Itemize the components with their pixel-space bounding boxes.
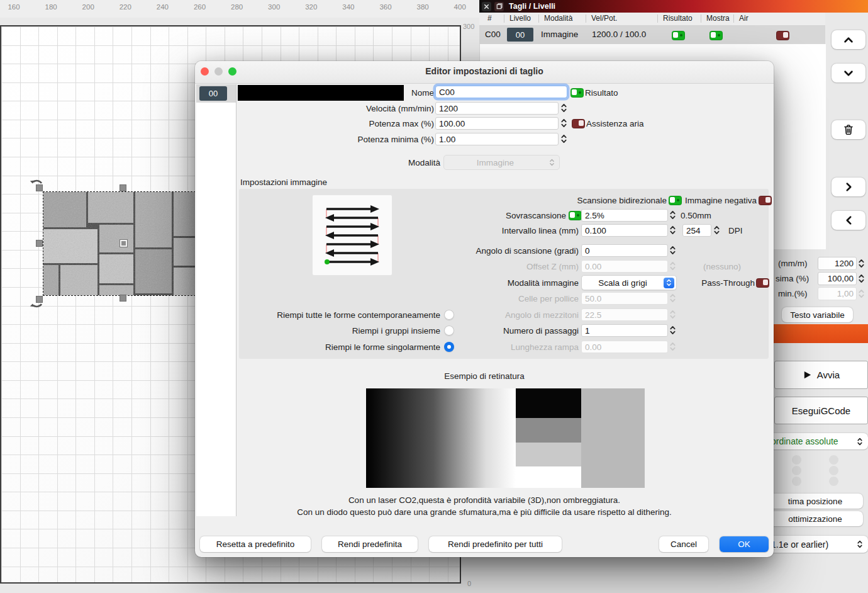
- cuts-table-header: #LivelloModalitàVel/Pot.RisultatoMostraA…: [479, 13, 825, 26]
- option-dot[interactable]: [792, 477, 801, 486]
- dialog-titlebar[interactable]: Editor impostazioni di taglio: [195, 61, 774, 84]
- power-max-partial-label: sima (%): [776, 274, 809, 283]
- coordinates-select[interactable]: ordinate assolute: [767, 433, 868, 449]
- option-dot[interactable]: [792, 455, 801, 465]
- fill-groups-radio[interactable]: [444, 325, 454, 336]
- cells-per-inch-label: Celle per pollice: [518, 294, 579, 303]
- image-mode-select[interactable]: Scala di grigi: [581, 275, 677, 290]
- chevron-left-button[interactable]: [832, 211, 865, 230]
- halftone-stepper: [669, 309, 676, 320]
- air-toggle[interactable]: [776, 31, 789, 40]
- power-max-input[interactable]: [435, 117, 559, 130]
- option-dot[interactable]: [792, 466, 801, 475]
- run-gcode-label: EseguiGCode: [792, 405, 850, 416]
- negative-image-toggle[interactable]: [759, 196, 772, 205]
- ruler-number: 380: [410, 3, 435, 11]
- air-assist-toggle[interactable]: [572, 119, 585, 128]
- resize-handle-top-mid[interactable]: [120, 184, 126, 191]
- power-min-label: Potenza minima (%): [357, 135, 434, 144]
- selected-image[interactable]: [43, 192, 195, 295]
- fill-shapes-radio[interactable]: [444, 342, 454, 352]
- float-window-icon[interactable]: [494, 2, 504, 11]
- device-select[interactable]: 1.1e or earlier): [767, 536, 868, 553]
- last-position-button[interactable]: tima posizione: [767, 494, 863, 509]
- column-header: Modalità: [544, 14, 572, 23]
- resize-handle-top-left[interactable]: [36, 184, 43, 191]
- resize-handle-mid-left[interactable]: [36, 240, 43, 247]
- ok-button[interactable]: OK: [720, 536, 769, 552]
- option-dot[interactable]: [829, 477, 838, 486]
- speed-input[interactable]: [435, 102, 559, 115]
- power-max-stepper[interactable]: [560, 118, 567, 128]
- cuts-panel-title: Tagli / Livelli: [509, 2, 555, 11]
- dpi-input[interactable]: [682, 224, 711, 237]
- power-min-input[interactable]: [435, 133, 559, 145]
- power-min-stepper[interactable]: [560, 133, 567, 144]
- move-layer-up-button[interactable]: [832, 30, 865, 49]
- result-toggle[interactable]: [570, 88, 584, 98]
- ruler-number: 200: [75, 3, 101, 11]
- stone-texture-image: [43, 192, 195, 295]
- mode-select: Immagine: [443, 155, 560, 170]
- chevron-right-button[interactable]: [832, 178, 865, 196]
- column-separator: [657, 14, 658, 23]
- none-text: (nessuno): [703, 262, 741, 271]
- start-button[interactable]: Avvia: [774, 361, 868, 389]
- name-input[interactable]: [435, 86, 567, 98]
- select-chevrons-icon: [857, 539, 863, 549]
- speed-stepper[interactable]: [560, 103, 567, 113]
- ruler-number: 160: [1, 3, 26, 11]
- power-max-stepper[interactable]: [858, 273, 865, 284]
- close-icon[interactable]: [482, 2, 491, 11]
- passes-stepper[interactable]: [669, 325, 676, 336]
- resize-handle-bottom-left[interactable]: [36, 296, 43, 303]
- reset-default-button[interactable]: Resetta a predefinito: [200, 536, 311, 552]
- pass-through-toggle[interactable]: [756, 278, 769, 288]
- fill-all-label: Riempi tutte le forme contemporaneamente: [277, 310, 440, 320]
- overscan-toggle[interactable]: [569, 211, 582, 220]
- make-default-button[interactable]: Rendi predefinita: [322, 536, 418, 552]
- layer-color-badge[interactable]: 00: [507, 28, 533, 42]
- delete-layer-button[interactable]: [832, 120, 865, 139]
- bidirectional-toggle[interactable]: [669, 196, 682, 205]
- dpi-stepper[interactable]: [713, 225, 720, 235]
- overscan-stepper[interactable]: [669, 210, 676, 220]
- speed-stepper[interactable]: [858, 258, 865, 269]
- column-separator: [538, 14, 539, 23]
- ruler-number: 220: [113, 3, 138, 11]
- move-handle-center[interactable]: [120, 240, 127, 247]
- halftone-angle-label: Angolo di mezzitoni: [505, 310, 579, 320]
- scan-angle-input[interactable]: [581, 244, 668, 257]
- output-toggle[interactable]: [672, 31, 685, 40]
- show-toggle[interactable]: [709, 31, 723, 40]
- fill-all-radio[interactable]: [444, 310, 454, 320]
- dither-preview-image: [366, 388, 645, 488]
- option-dot[interactable]: [829, 455, 838, 465]
- panel-speed-input[interactable]: [818, 257, 857, 270]
- cancel-button[interactable]: Cancel: [659, 536, 708, 552]
- overscan-input[interactable]: [581, 209, 668, 222]
- resize-handle-bottom-mid[interactable]: [120, 295, 126, 302]
- variable-text-button[interactable]: Testo variabile: [782, 307, 853, 322]
- default-for-all-button[interactable]: Rendi predefinito per tutti: [429, 536, 562, 552]
- panel-power-max-input[interactable]: [818, 272, 857, 285]
- run-gcode-button[interactable]: EseguiGCode: [774, 397, 868, 424]
- ruler-number: 340: [336, 3, 361, 11]
- start-button-label: Avvia: [817, 370, 840, 380]
- layer-list-selected-row[interactable]: 00: [196, 84, 236, 103]
- bidirectional-label: Scansione bidirezionale: [577, 196, 667, 205]
- optimization-button[interactable]: ottimizzazione: [767, 511, 863, 526]
- image-mode-value: Scala di grigi: [582, 278, 664, 288]
- dialog-layer-list[interactable]: 00: [196, 84, 236, 516]
- option-dot[interactable]: [829, 466, 838, 475]
- move-layer-down-button[interactable]: [832, 64, 865, 82]
- ruler-number: 240: [150, 3, 175, 11]
- cut-layer-row[interactable]: C00 00 Immagine 1200.0 / 100.0: [479, 26, 825, 44]
- passes-label: Numero di passaggi: [503, 326, 579, 336]
- play-icon: [803, 370, 812, 380]
- passes-input[interactable]: [581, 324, 668, 337]
- column-header: Mostra: [706, 14, 730, 23]
- line-interval-stepper[interactable]: [669, 225, 676, 235]
- scan-angle-stepper[interactable]: [669, 245, 676, 256]
- line-interval-input[interactable]: [581, 224, 668, 237]
